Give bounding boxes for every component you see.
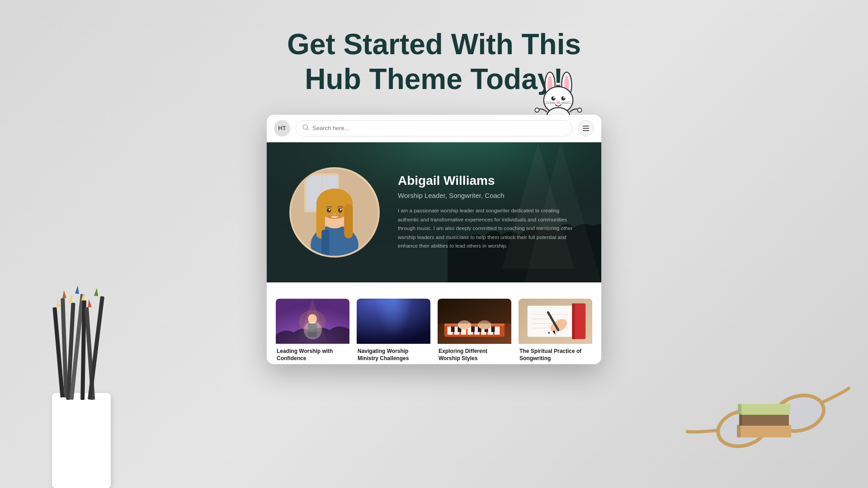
- svg-rect-88: [438, 299, 511, 323]
- browser-chrome: HT: [267, 115, 601, 142]
- svg-rect-80: [451, 326, 455, 332]
- card-4-title: The Spiritual Practice of Songwriting: [519, 344, 592, 365]
- svg-point-59: [338, 208, 343, 213]
- card-3-title: Exploring Different Worship Styles: [438, 344, 511, 365]
- svg-point-62: [333, 213, 336, 215]
- svg-point-41: [577, 108, 581, 112]
- cards-section: Leading Worship with Confidence: [267, 290, 601, 365]
- heading-line1: Get Started With This: [287, 28, 581, 61]
- svg-rect-66: [308, 324, 317, 337]
- svg-point-35: [556, 101, 560, 104]
- svg-rect-71: [444, 324, 505, 326]
- svg-rect-96: [572, 303, 575, 339]
- hero-bio: I am a passionate worship leader and son…: [398, 206, 579, 251]
- svg-point-34: [563, 97, 565, 99]
- browser-window: HT: [267, 115, 601, 365]
- search-input[interactable]: [312, 125, 566, 131]
- card-2-title: Navigating Worship Ministry Challenges: [357, 344, 430, 365]
- profile-avatar: [289, 167, 380, 258]
- card-3-graphic: [438, 299, 511, 344]
- card-4-image: [519, 299, 592, 344]
- logo-button[interactable]: HT: [274, 120, 290, 136]
- hamburger-icon: [583, 126, 589, 131]
- menu-line-3: [583, 130, 589, 131]
- hero-text: Abigail Williams Worship Leader, Songwri…: [398, 174, 579, 251]
- card-1-image: [276, 299, 349, 344]
- svg-point-60: [329, 208, 330, 210]
- menu-line-1: [583, 126, 589, 127]
- svg-rect-57: [344, 203, 353, 238]
- svg-line-44: [307, 129, 308, 130]
- svg-point-61: [340, 208, 342, 210]
- hero-name: Abigail Williams: [398, 174, 579, 188]
- svg-point-32: [561, 96, 565, 100]
- card-4-graphic: [519, 299, 592, 344]
- menu-line-2: [583, 128, 589, 129]
- card-3[interactable]: Exploring Different Worship Styles: [438, 299, 511, 365]
- svg-rect-63: [321, 230, 329, 256]
- section-divider: [267, 282, 601, 290]
- svg-point-42: [535, 108, 539, 112]
- svg-point-33: [553, 97, 555, 99]
- logo-text: HT: [278, 125, 286, 131]
- heading-line2: Hub Theme Today!: [305, 63, 563, 95]
- card-1[interactable]: Leading Worship with Confidence: [276, 299, 349, 365]
- hero-content: Abigail Williams Worship Leader, Songwri…: [267, 142, 601, 282]
- card-3-image: [438, 299, 511, 344]
- main-content: Get Started With This Hub Theme Today!: [0, 0, 868, 488]
- card-1-graphic: [276, 299, 349, 344]
- search-icon: [302, 124, 309, 132]
- card-4[interactable]: The Spiritual Practice of Songwriting: [519, 299, 592, 365]
- search-bar[interactable]: [296, 120, 572, 136]
- svg-point-67: [299, 310, 326, 332]
- svg-rect-85: [491, 326, 495, 332]
- hero-title: Worship Leader, Songwriter, Coach: [398, 192, 579, 199]
- hero-section: Abigail Williams Worship Leader, Songwri…: [267, 142, 601, 282]
- menu-button[interactable]: [578, 120, 594, 136]
- svg-rect-79: [494, 326, 500, 334]
- avatar-illustration: [291, 167, 378, 258]
- card-2-image: [357, 299, 430, 344]
- svg-point-31: [551, 96, 555, 100]
- card-2[interactable]: Navigating Worship Ministry Challenges: [357, 299, 430, 365]
- svg-rect-82: [471, 326, 475, 332]
- svg-point-58: [327, 208, 331, 213]
- card-1-title: Leading Worship with Confidence: [276, 344, 349, 365]
